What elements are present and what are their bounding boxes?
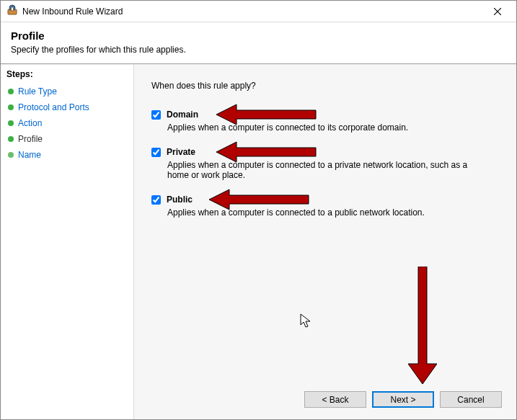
- step-label: Profile: [18, 134, 43, 144]
- next-button[interactable]: Next >: [372, 391, 434, 408]
- option-label: Public: [167, 195, 193, 205]
- step-bullet-icon: [8, 136, 14, 142]
- step-bullet-icon: [8, 152, 14, 158]
- page-subtitle: Specify the profiles for which this rule…: [11, 45, 506, 55]
- button-row: < Back Next > Cancel: [304, 391, 502, 408]
- step-action[interactable]: Action: [6, 115, 128, 131]
- step-profile[interactable]: Profile: [6, 131, 128, 147]
- option-description: Applies when a computer is connected to …: [167, 122, 477, 133]
- svg-marker-8: [408, 267, 437, 384]
- step-label: Action: [18, 118, 42, 128]
- option-description: Applies when a computer is connected to …: [167, 160, 477, 180]
- step-protocol-and-ports[interactable]: Protocol and Ports: [6, 99, 128, 115]
- checkbox-private[interactable]: [151, 148, 161, 157]
- window-title: New Inbound Rule Wizard: [22, 6, 483, 17]
- step-bullet-icon: [8, 104, 14, 110]
- close-button[interactable]: [483, 1, 512, 22]
- checkbox-public[interactable]: [151, 195, 161, 205]
- annotation-arrow-icon: [408, 267, 437, 385]
- cursor-icon: [300, 313, 313, 329]
- back-button[interactable]: < Back: [304, 391, 366, 408]
- option-label: Private: [167, 147, 195, 157]
- step-bullet-icon: [8, 89, 14, 94]
- option-public: Public Applies when a computer is connec…: [151, 195, 499, 218]
- question-text: When does this rule apply?: [151, 81, 499, 91]
- option-description: Applies when a computer is connected to …: [167, 207, 477, 218]
- svg-rect-2: [12, 7, 14, 11]
- steps-sidebar: Steps: Rule Type Protocol and Ports Acti…: [1, 65, 134, 419]
- close-icon: [494, 8, 501, 15]
- titlebar: New Inbound Rule Wizard: [1, 1, 516, 22]
- step-name[interactable]: Name: [6, 147, 128, 163]
- steps-heading: Steps:: [6, 69, 128, 79]
- page-title: Profile: [11, 30, 506, 42]
- wizard-body: Steps: Rule Type Protocol and Ports Acti…: [1, 65, 516, 419]
- cancel-button[interactable]: Cancel: [440, 391, 502, 408]
- step-label: Rule Type: [18, 86, 57, 97]
- wizard-main: When does this rule apply? Domain Applie…: [134, 65, 516, 419]
- option-label: Domain: [167, 110, 198, 120]
- step-rule-type[interactable]: Rule Type: [6, 84, 128, 99]
- option-domain: Domain Applies when a computer is connec…: [151, 110, 499, 133]
- checkbox-domain[interactable]: [151, 110, 161, 120]
- wizard-header: Profile Specify the profiles for which t…: [1, 22, 516, 63]
- step-label: Protocol and Ports: [18, 102, 89, 112]
- app-icon: [6, 4, 18, 18]
- step-label: Name: [18, 150, 41, 160]
- step-bullet-icon: [8, 120, 14, 126]
- option-private: Private Applies when a computer is conne…: [151, 147, 499, 180]
